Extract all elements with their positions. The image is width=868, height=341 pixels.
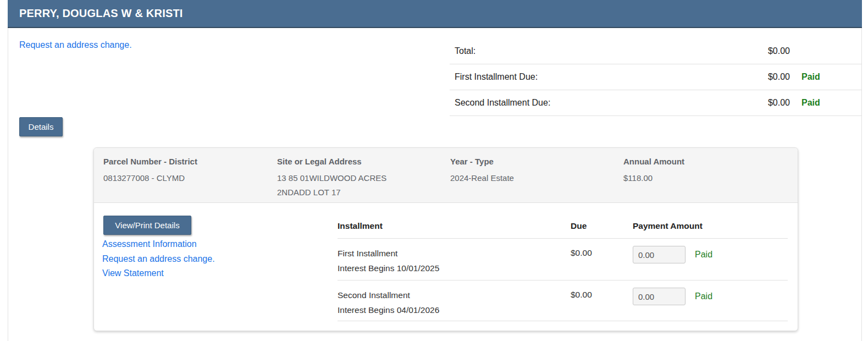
- parcel-number-value: 0813277008 - CLYMD: [103, 171, 241, 185]
- summary-row-total: Total: $0.00: [450, 38, 862, 64]
- parcel-summary-header: Parcel Number - District 0813277008 - CL…: [94, 148, 798, 203]
- payment-amount-input[interactable]: [633, 246, 685, 263]
- summary-row-second-installment: Second Installment Due: $0.00 Paid: [450, 90, 862, 116]
- installment-name-cell: First Installment Interest Begins 10/01/…: [338, 246, 571, 276]
- year-type-label: Year - Type: [450, 157, 623, 166]
- summary-label: Total:: [450, 46, 751, 56]
- annual-amount-label: Annual Amount: [623, 157, 798, 166]
- summary-label: Second Installment Due:: [450, 98, 751, 108]
- payment-cell: Paid: [633, 288, 788, 305]
- payment-cell: Paid: [633, 246, 788, 263]
- address-change-link[interactable]: Request an address change.: [102, 252, 215, 267]
- year-type-value: 2024-Real Estate: [450, 171, 588, 185]
- view-print-details-button[interactable]: View/Print Details: [103, 216, 191, 235]
- view-statement-link[interactable]: View Statement: [102, 266, 215, 281]
- year-type-column: Year - Type 2024-Real Estate: [450, 157, 623, 202]
- parcel-number-label: Parcel Number - District: [103, 157, 277, 166]
- table-row-first-installment: First Installment Interest Begins 10/01/…: [338, 239, 788, 280]
- installment-name: Second Installment: [338, 288, 571, 302]
- installment-table-header: Installment Due Payment Amount: [338, 214, 788, 239]
- interest-begins-note: Interest Begins 04/01/2026: [338, 302, 571, 317]
- owner-title-bar: PERRY, DOUGLAS W & KRISTI: [8, 0, 862, 28]
- installment-column-header: Installment: [338, 221, 571, 231]
- owner-name-title: PERRY, DOUGLAS W & KRISTI: [8, 0, 862, 27]
- paid-status-badge: Paid: [695, 250, 712, 260]
- annual-amount-column: Annual Amount $118.00: [623, 157, 798, 202]
- paid-status-badge: Paid: [790, 72, 862, 82]
- due-amount-cell: $0.00: [571, 288, 633, 300]
- parcel-number-column: Parcel Number - District 0813277008 - CL…: [103, 157, 277, 202]
- summary-row-first-installment: First Installment Due: $0.00 Paid: [450, 64, 862, 90]
- site-address-value: 13 85 01WILDWOOD ACRES 2NDADD LOT 17: [277, 171, 414, 200]
- paid-status-badge: Paid: [695, 292, 712, 301]
- parcel-detail-card: Parcel Number - District 0813277008 - CL…: [93, 147, 798, 331]
- payment-amount-column-header: Payment Amount: [633, 221, 788, 231]
- assessment-information-link[interactable]: Assessment Information: [102, 237, 215, 252]
- due-amount-cell: $0.00: [571, 246, 633, 258]
- site-address-column: Site or Legal Address 13 85 01WILDWOOD A…: [277, 157, 450, 202]
- installment-table: Installment Due Payment Amount First Ins…: [338, 214, 788, 321]
- interest-begins-note: Interest Begins 10/01/2025: [338, 261, 571, 276]
- installment-name: First Installment: [338, 246, 571, 261]
- address-change-link[interactable]: Request an address change.: [19, 40, 132, 50]
- summary-value: $0.00: [751, 98, 790, 108]
- summary-label: First Installment Due:: [450, 72, 751, 82]
- tax-summary-table: Total: $0.00 First Installment Due: $0.0…: [450, 38, 862, 116]
- summary-value: $0.00: [751, 46, 790, 56]
- table-row-second-installment: Second Installment Interest Begins 04/01…: [338, 280, 788, 321]
- parcel-action-links: Assessment Information Request an addres…: [102, 237, 215, 281]
- site-address-label: Site or Legal Address: [277, 157, 450, 166]
- details-button[interactable]: Details: [19, 117, 63, 136]
- installment-name-cell: Second Installment Interest Begins 04/01…: [338, 288, 571, 317]
- due-column-header: Due: [571, 221, 633, 231]
- annual-amount-value: $118.00: [623, 171, 761, 185]
- summary-value: $0.00: [751, 72, 790, 82]
- payment-amount-input[interactable]: [633, 288, 685, 305]
- paid-status-badge: Paid: [790, 98, 862, 108]
